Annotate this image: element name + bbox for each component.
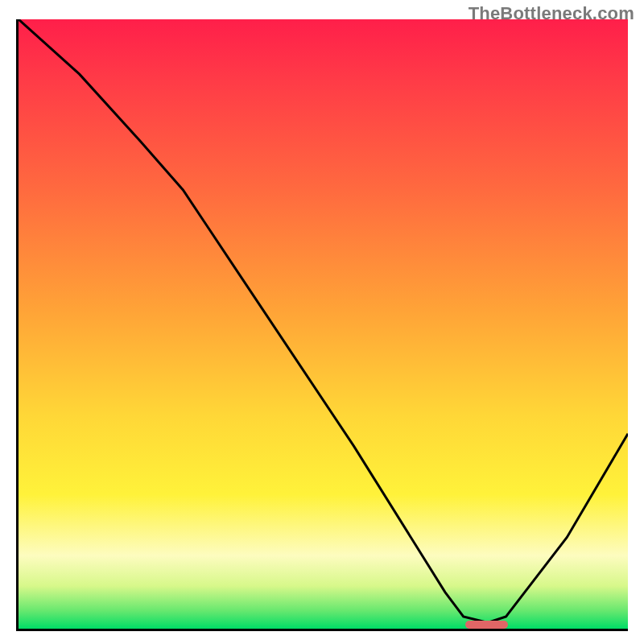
chart-container: TheBottleneck.com [0, 0, 644, 644]
watermark-text: TheBottleneck.com [469, 3, 634, 24]
bottleneck-curve [19, 19, 628, 629]
optimal-range-marker [465, 621, 508, 629]
plot-area [16, 19, 628, 631]
curve-path [19, 19, 628, 622]
